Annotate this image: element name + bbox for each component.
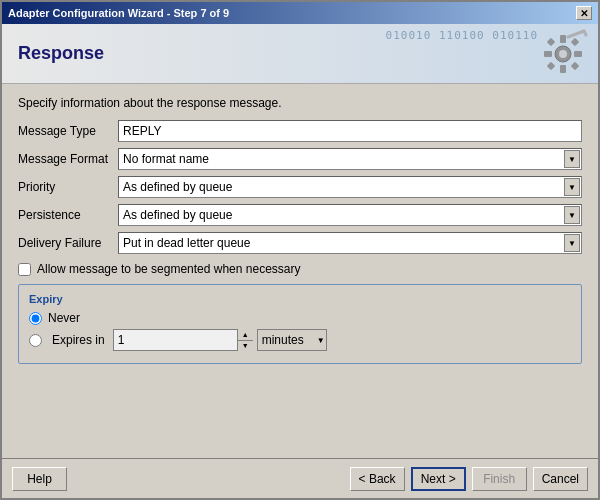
page-title: Response xyxy=(18,43,104,64)
svg-rect-4 xyxy=(544,51,552,57)
footer-right: < Back Next > Finish Cancel xyxy=(350,467,588,491)
message-type-label: Message Type xyxy=(18,124,118,138)
spin-buttons: ▲ ▼ xyxy=(237,329,253,351)
next-button[interactable]: Next > xyxy=(411,467,466,491)
delivery-failure-wrap: Put in dead letter queue ▼ xyxy=(118,232,582,254)
message-type-wrap xyxy=(118,120,582,142)
svg-rect-3 xyxy=(560,65,566,73)
expires-in-radio[interactable] xyxy=(29,334,42,347)
priority-wrap: As defined by queue ▼ xyxy=(118,176,582,198)
message-format-select-wrap: No format name ▼ xyxy=(118,148,582,170)
persistence-select-wrap: As defined by queue ▼ xyxy=(118,204,582,226)
message-format-row: Message Format No format name ▼ xyxy=(18,148,582,170)
spin-down-button[interactable]: ▼ xyxy=(238,341,253,352)
back-button[interactable]: < Back xyxy=(350,467,405,491)
persistence-select[interactable]: As defined by queue xyxy=(118,204,582,226)
allow-segment-row: Allow message to be segmented when neces… xyxy=(18,262,582,276)
description-text: Specify information about the response m… xyxy=(18,96,582,110)
svg-rect-7 xyxy=(571,38,579,46)
svg-rect-9 xyxy=(571,62,579,70)
expiry-group-label: Expiry xyxy=(29,293,571,305)
title-bar: Adapter Configuration Wizard - Step 7 of… xyxy=(2,2,598,24)
expires-value-input[interactable] xyxy=(113,329,253,351)
priority-label: Priority xyxy=(18,180,118,194)
persistence-label: Persistence xyxy=(18,208,118,222)
svg-rect-8 xyxy=(547,62,555,70)
persistence-wrap: As defined by queue ▼ xyxy=(118,204,582,226)
svg-rect-6 xyxy=(547,38,555,46)
finish-button[interactable]: Finish xyxy=(472,467,527,491)
expires-in-label: Expires in xyxy=(52,333,105,347)
footer: Help < Back Next > Finish Cancel xyxy=(2,458,598,498)
window-title: Adapter Configuration Wizard - Step 7 of… xyxy=(8,7,229,19)
wizard-window: Adapter Configuration Wizard - Step 7 of… xyxy=(0,0,600,500)
never-radio[interactable] xyxy=(29,312,42,325)
priority-select[interactable]: As defined by queue xyxy=(118,176,582,198)
priority-row: Priority As defined by queue ▼ xyxy=(18,176,582,198)
footer-left: Help xyxy=(12,467,67,491)
priority-select-wrap: As defined by queue ▼ xyxy=(118,176,582,198)
expiry-group: Expiry Never Expires in ▲ ▼ minutes xyxy=(18,284,582,364)
delivery-failure-label: Delivery Failure xyxy=(18,236,118,250)
expires-in-row: Expires in ▲ ▼ minutes seconds hours ▼ xyxy=(29,329,571,351)
svg-rect-5 xyxy=(574,51,582,57)
message-type-row: Message Type xyxy=(18,120,582,142)
svg-line-11 xyxy=(584,31,586,35)
content-area: Specify information about the response m… xyxy=(2,84,598,458)
cancel-button[interactable]: Cancel xyxy=(533,467,588,491)
svg-point-1 xyxy=(559,50,567,58)
message-format-label: Message Format xyxy=(18,152,118,166)
allow-segment-label: Allow message to be segmented when neces… xyxy=(37,262,300,276)
delivery-failure-select[interactable]: Put in dead letter queue xyxy=(118,232,582,254)
spin-up-button[interactable]: ▲ xyxy=(238,329,253,341)
persistence-row: Persistence As defined by queue ▼ xyxy=(18,204,582,226)
expires-value-wrap: ▲ ▼ xyxy=(113,329,253,351)
message-format-wrap: No format name ▼ xyxy=(118,148,582,170)
help-button[interactable]: Help xyxy=(12,467,67,491)
never-label: Never xyxy=(48,311,80,325)
gear-icon xyxy=(538,29,588,84)
svg-rect-2 xyxy=(560,35,566,43)
minutes-select-wrap: minutes seconds hours ▼ xyxy=(257,329,327,351)
message-format-select[interactable]: No format name xyxy=(118,148,582,170)
svg-line-10 xyxy=(568,31,584,37)
allow-segment-checkbox[interactable] xyxy=(18,263,31,276)
header-banner: Response 010010 110100 010110 xyxy=(2,24,598,84)
close-button[interactable]: ✕ xyxy=(576,6,592,20)
never-radio-row: Never xyxy=(29,311,571,325)
message-type-input[interactable] xyxy=(118,120,582,142)
minutes-select[interactable]: minutes seconds hours xyxy=(257,329,327,351)
delivery-failure-row: Delivery Failure Put in dead letter queu… xyxy=(18,232,582,254)
delivery-failure-select-wrap: Put in dead letter queue ▼ xyxy=(118,232,582,254)
header-bg-text: 010010 110100 010110 xyxy=(386,29,538,42)
